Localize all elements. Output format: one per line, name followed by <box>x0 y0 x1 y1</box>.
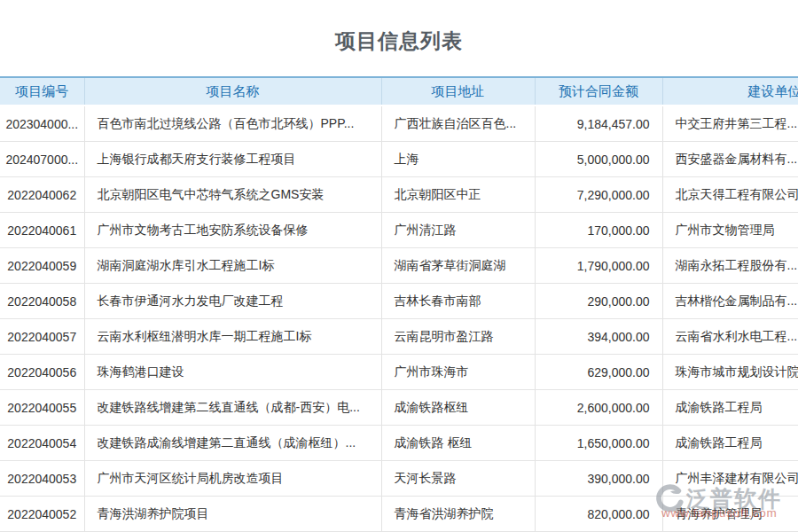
cell-code: 202304000... <box>0 106 84 142</box>
cell-name: 广州市文物考古工地安防系统设备保修 <box>84 213 381 248</box>
cell-unit: 中交王府井第三工程... <box>662 106 798 142</box>
table-row[interactable]: 2022040062北京朝阳区电气中芯特气系统之GMS安装北京朝阳区中正7,29… <box>0 177 798 213</box>
cell-unit: 广州丰泽建材有限公司 <box>662 461 798 497</box>
cell-code: 2022040059 <box>0 248 84 284</box>
table-row[interactable]: 2022040059湖南洞庭湖水库引水工程施工I标湖南省茅草街洞庭湖1,790,… <box>0 248 798 284</box>
column-header-code: 项目编号 <box>0 77 84 106</box>
cell-name: 珠海鹤港口建设 <box>84 355 381 390</box>
table-row[interactable]: 2022040056珠海鹤港口建设广州市珠海市629,000.00珠海市城市规划… <box>0 355 798 390</box>
cell-amount: 2,600,000.00 <box>535 390 662 426</box>
cell-name: 百色市南北过境线公路（百色市北环线）PPP... <box>84 106 381 142</box>
cell-code: 2022040057 <box>0 319 84 355</box>
cell-code: 2022040055 <box>0 390 84 426</box>
column-header-unit: 建设单位 <box>662 77 798 106</box>
column-header-name: 项目名称 <box>84 77 381 106</box>
cell-amount: 1,650,000.00 <box>535 426 662 461</box>
cell-address: 广州清江路 <box>381 213 535 248</box>
project-info-page: 项目信息列表 项目编号项目名称项目地址预计合同金额建设单位 202304000.… <box>0 0 798 532</box>
cell-amount: 9,184,457.00 <box>535 106 662 142</box>
cell-amount: 390,000.00 <box>535 461 662 497</box>
cell-address: 云南昆明市盈江路 <box>381 319 535 355</box>
cell-code: 202407000... <box>0 142 84 177</box>
cell-address: 天河长景路 <box>381 461 535 497</box>
cell-unit: 云南省水利水电工程... <box>662 319 798 355</box>
cell-unit: 成渝铁路工程局 <box>662 426 798 461</box>
project-table: 项目编号项目名称项目地址预计合同金额建设单位 202304000...百色市南北… <box>0 76 798 532</box>
cell-address: 北京朝阳区中正 <box>381 177 535 213</box>
cell-name: 改建铁路线增建第二线直通线（成都-西安）电... <box>84 390 381 426</box>
project-info-table: 项目编号项目名称项目地址预计合同金额建设单位 202304000...百色市南北… <box>0 76 798 532</box>
cell-address: 广州市珠海市 <box>381 355 535 390</box>
table-row[interactable]: 2022040054改建铁路成渝线增建第二直通线（成渝枢纽）...成渝铁路 枢纽… <box>0 426 798 461</box>
cell-address: 青海省洪湖养护院 <box>381 497 535 532</box>
cell-address: 成渝铁路 枢纽 <box>381 426 535 461</box>
table-row[interactable]: 2022040052青海洪湖养护院项目青海省洪湖养护院820,000.00青海养… <box>0 497 798 532</box>
cell-unit: 珠海市城市规划设计院 <box>662 355 798 390</box>
cell-name: 湖南洞庭湖水库引水工程施工I标 <box>84 248 381 284</box>
cell-address: 湖南省茅草街洞庭湖 <box>381 248 535 284</box>
cell-code: 2022040052 <box>0 497 84 532</box>
table-row[interactable]: 2022040061广州市文物考古工地安防系统设备保修广州清江路170,000.… <box>0 213 798 248</box>
cell-name: 青海洪湖养护院项目 <box>84 497 381 532</box>
column-header-address: 项目地址 <box>381 77 535 106</box>
cell-amount: 170,000.00 <box>535 213 662 248</box>
cell-unit: 吉林楷伦金属制品有... <box>662 284 798 319</box>
table-header-row: 项目编号项目名称项目地址预计合同金额建设单位 <box>0 77 798 106</box>
cell-address: 广西壮族自治区百色... <box>381 106 535 142</box>
page-title: 项目信息列表 <box>0 0 798 55</box>
cell-code: 2022040056 <box>0 355 84 390</box>
cell-name: 云南水利枢纽潜明水库一期工程施工I标 <box>84 319 381 355</box>
cell-code: 2022040053 <box>0 461 84 497</box>
cell-amount: 629,000.00 <box>535 355 662 390</box>
cell-code: 2022040062 <box>0 177 84 213</box>
cell-code: 2022040058 <box>0 284 84 319</box>
cell-name: 改建铁路成渝线增建第二直通线（成渝枢纽）... <box>84 426 381 461</box>
cell-code: 2022040061 <box>0 213 84 248</box>
cell-unit: 北京天得工程有限公司 <box>662 177 798 213</box>
cell-name: 广州市天河区统计局机房改造项目 <box>84 461 381 497</box>
cell-name: 北京朝阳区电气中芯特气系统之GMS安装 <box>84 177 381 213</box>
cell-name: 长春市伊通河水力发电厂改建工程 <box>84 284 381 319</box>
table-row[interactable]: 2022040058长春市伊通河水力发电厂改建工程吉林长春市南部290,000.… <box>0 284 798 319</box>
cell-unit: 西安盛器金属材料有... <box>662 142 798 177</box>
table-row[interactable]: 202304000...百色市南北过境线公路（百色市北环线）PPP...广西壮族… <box>0 106 798 142</box>
cell-amount: 394,000.00 <box>535 319 662 355</box>
cell-unit: 湖南永拓工程股份有... <box>662 248 798 284</box>
cell-amount: 290,000.00 <box>535 284 662 319</box>
cell-amount: 820,000.00 <box>535 497 662 532</box>
cell-code: 2022040054 <box>0 426 84 461</box>
cell-amount: 1,790,000.00 <box>535 248 662 284</box>
cell-address: 上海 <box>381 142 535 177</box>
table-row[interactable]: 2022040055改建铁路线增建第二线直通线（成都-西安）电...成渝铁路枢纽… <box>0 390 798 426</box>
table-row[interactable]: 2022040053广州市天河区统计局机房改造项目天河长景路390,000.00… <box>0 461 798 497</box>
cell-name: 上海银行成都天府支行装修工程项目 <box>84 142 381 177</box>
column-header-amount: 预计合同金额 <box>535 77 662 106</box>
cell-address: 成渝铁路枢纽 <box>381 390 535 426</box>
cell-amount: 7,290,000.00 <box>535 177 662 213</box>
cell-address: 吉林长春市南部 <box>381 284 535 319</box>
cell-unit: 青海养护管理局 <box>662 497 798 532</box>
table-row[interactable]: 2022040057云南水利枢纽潜明水库一期工程施工I标云南昆明市盈江路394,… <box>0 319 798 355</box>
cell-unit: 广州市文物管理局 <box>662 213 798 248</box>
cell-unit: 成渝铁路工程局 <box>662 390 798 426</box>
table-row[interactable]: 202407000...上海银行成都天府支行装修工程项目上海5,000,000.… <box>0 142 798 177</box>
cell-amount: 5,000,000.00 <box>535 142 662 177</box>
